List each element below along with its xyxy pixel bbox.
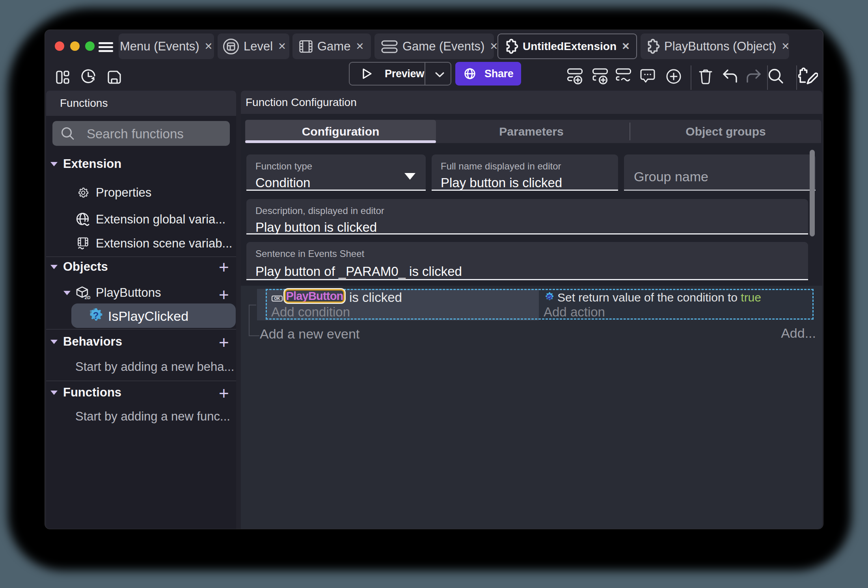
svg-text:?: ? — [93, 310, 99, 321]
svg-text:2D: 2D — [85, 295, 90, 300]
